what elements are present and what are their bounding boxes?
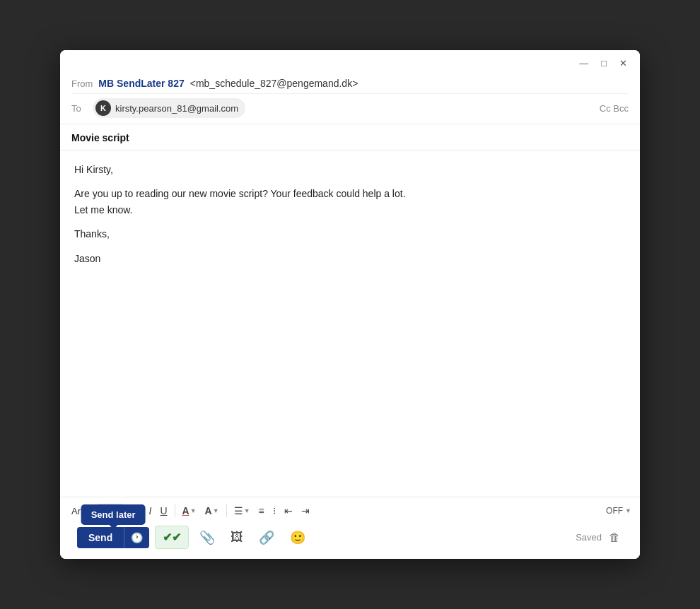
off-label: OFF xyxy=(606,506,623,516)
saved-area: Saved 🗑 xyxy=(576,528,623,547)
subject-row: Movie script xyxy=(60,124,640,150)
send-label: Send xyxy=(88,532,112,543)
compose-window: — □ ✕ From MB SendLater 827 <mb_schedule… xyxy=(60,50,640,559)
image-button[interactable]: 🖼 xyxy=(226,526,248,548)
body-greeting: Hi Kirsty, xyxy=(74,162,626,177)
attachment-icon: 📎 xyxy=(199,530,215,545)
email-body[interactable]: Hi Kirsty, Are you up to reading our new… xyxy=(60,150,640,497)
body-thanks: Thanks, xyxy=(74,226,626,242)
email-header: From MB SendLater 827 <mb_schedule_827@p… xyxy=(60,72,640,124)
window-controls: — □ ✕ xyxy=(576,57,630,69)
align-icon: ☰ xyxy=(234,506,243,516)
link-icon: 🔗 xyxy=(259,530,274,545)
unordered-list-button[interactable]: ⁝ xyxy=(269,503,279,519)
font-color-button[interactable]: A ▼ xyxy=(179,503,200,519)
delete-draft-button[interactable]: 🗑 xyxy=(606,528,623,547)
ordered-list-icon: ≡ xyxy=(259,506,264,516)
double-check-icon: ✔✔ xyxy=(163,531,181,544)
attachment-button[interactable]: 📎 xyxy=(194,526,220,549)
font-size-value: 10 xyxy=(101,506,111,516)
font-size-dropdown[interactable]: 10 ▼ xyxy=(97,504,124,519)
from-row: From MB SendLater 827 <mb_schedule_827@p… xyxy=(71,72,629,93)
to-row: To K kirsty.pearson_81@gmail.com Cc Bcc xyxy=(71,93,629,124)
underline-button[interactable]: U xyxy=(156,503,170,519)
trash-icon: 🗑 xyxy=(609,531,620,543)
format-off-toggle[interactable]: OFF ▼ xyxy=(606,506,631,516)
align-button[interactable]: ☰ ▼ xyxy=(231,503,254,519)
highlight-color-button[interactable]: A ▼ xyxy=(202,503,223,519)
italic-button[interactable]: I xyxy=(146,503,156,519)
formatting-toolbar: Arial 10 ▼ B I U A ▼ A ▼ ☰ ▼ xyxy=(69,503,631,523)
indent-increase-button[interactable]: ⇥ xyxy=(298,503,313,519)
close-button[interactable]: ✕ xyxy=(617,57,630,69)
cc-bcc-button[interactable]: Cc Bcc xyxy=(600,103,629,114)
sender-name: MB SendLater 827 xyxy=(98,78,184,89)
send-later-area: Send later Send 🕐 xyxy=(77,527,149,548)
send-composite-btn: Send 🕐 xyxy=(77,527,149,548)
bold-button[interactable]: B xyxy=(129,503,144,519)
to-label: To xyxy=(71,103,93,114)
formatting-toolbar-area: Arial 10 ▼ B I U A ▼ A ▼ ☰ ▼ xyxy=(60,497,640,559)
highlight-icon: A xyxy=(205,506,212,516)
indent-increase-icon: ⇥ xyxy=(301,506,310,516)
link-button[interactable]: 🔗 xyxy=(254,526,279,549)
highlight-arrow-icon: ▼ xyxy=(213,508,219,514)
saved-label: Saved xyxy=(576,532,602,543)
font-name-label: Arial xyxy=(69,504,93,518)
action-bar: Send later Send 🕐 ✔✔ 📎 xyxy=(69,523,631,556)
body-signature: Jason xyxy=(74,251,626,266)
double-check-button[interactable]: ✔✔ xyxy=(155,526,189,549)
indent-decrease-icon: ⇤ xyxy=(284,506,293,516)
body-paragraph1: Are you up to reading our new movie scri… xyxy=(74,186,626,201)
body-paragraph2: Let me know. xyxy=(74,202,626,218)
recipient-email: kirsty.pearson_81@gmail.com xyxy=(115,103,238,114)
emoji-icon: 🙂 xyxy=(290,530,305,545)
send-button[interactable]: Send xyxy=(77,527,124,548)
maximize-button[interactable]: □ xyxy=(598,57,609,69)
ordered-list-button[interactable]: ≡ xyxy=(255,503,268,519)
title-bar: — □ ✕ xyxy=(60,50,640,72)
minimize-button[interactable]: — xyxy=(576,57,591,69)
avatar: K xyxy=(95,100,111,116)
separator2 xyxy=(226,504,227,517)
off-arrow-icon: ▼ xyxy=(625,507,631,514)
align-arrow-icon: ▼ xyxy=(244,508,250,514)
send-button-group: Send later Send 🕐 xyxy=(77,527,149,548)
emoji-button[interactable]: 🙂 xyxy=(285,526,310,549)
clock-icon: 🕐 xyxy=(131,532,143,543)
unordered-list-icon: ⁝ xyxy=(273,506,276,516)
font-color-icon: A xyxy=(182,506,189,516)
indent-decrease-button[interactable]: ⇤ xyxy=(281,503,296,519)
from-label: From xyxy=(71,78,93,89)
send-clock-button[interactable]: 🕐 xyxy=(124,527,149,548)
separator1 xyxy=(175,504,175,517)
image-icon: 🖼 xyxy=(231,530,243,545)
recipient-chip[interactable]: K kirsty.pearson_81@gmail.com xyxy=(93,98,245,118)
sender-email: <mb_schedule_827@pengemand.dk> xyxy=(190,78,358,89)
subject-text: Movie script xyxy=(71,132,129,143)
font-color-arrow-icon: ▼ xyxy=(190,508,197,514)
font-size-arrow-icon: ▼ xyxy=(113,507,119,514)
